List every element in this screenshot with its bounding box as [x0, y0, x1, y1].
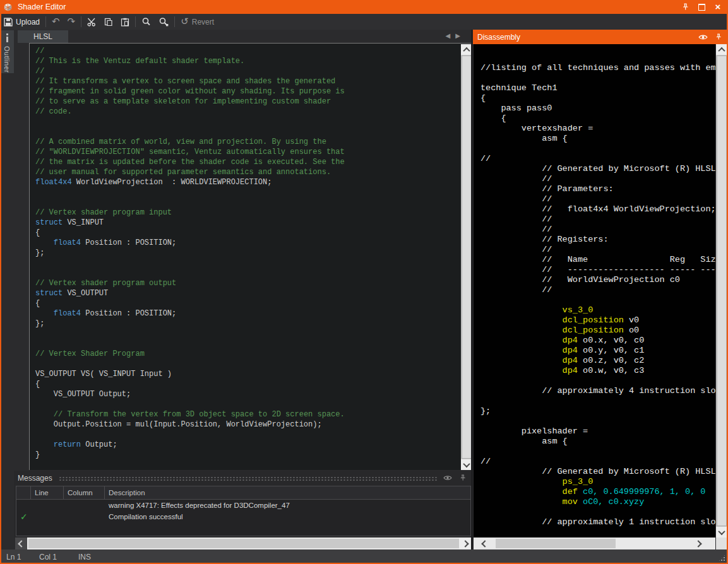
- code-line: [35, 329, 460, 339]
- tab-hlsl[interactable]: HLSL: [18, 30, 68, 43]
- resize-grip[interactable]: [718, 554, 726, 562]
- disassembly-line: {: [480, 93, 715, 103]
- disassembly-line: //: [480, 225, 715, 235]
- disassembly-line: {: [480, 114, 715, 124]
- upload-label: Upload: [16, 18, 40, 26]
- messages-pin-icon[interactable]: [460, 474, 466, 481]
- panel-drag-handle[interactable]: [59, 476, 437, 481]
- cut-button[interactable]: [83, 14, 100, 30]
- code-line: VS_OUTPUT Output;: [35, 389, 460, 399]
- scroll-left-button[interactable]: [479, 538, 491, 549]
- tab-scroll-arrows[interactable]: ◀▶: [446, 32, 465, 39]
- paste-button[interactable]: [117, 14, 133, 30]
- code-line: [35, 187, 460, 197]
- revert-button[interactable]: ↺ Revert: [177, 14, 218, 30]
- messages-table: Line Column Description warning X4717: E…: [16, 486, 471, 536]
- title-bar: Shader Editor ×: [0, 0, 728, 14]
- cut-icon: [87, 18, 97, 26]
- messages-header: Messages: [14, 471, 472, 485]
- redo-button[interactable]: ↷: [64, 14, 80, 30]
- status-bar: Ln 1 Col 1 INS: [0, 549, 728, 564]
- disassembly-line: [480, 416, 715, 426]
- editor-scrollbar-thumb[interactable]: [462, 56, 472, 459]
- disassembly-line: // Generated by Microsoft (R) HLSL: [480, 164, 715, 174]
- code-text-area[interactable]: //// This is the Ventuz default shader t…: [30, 44, 460, 470]
- editor-tab-strip: HLSL ◀▶: [14, 30, 473, 43]
- paste-icon: [121, 18, 129, 26]
- disassembly-line: vertexshader =: [480, 124, 715, 134]
- code-line: {: [35, 379, 460, 389]
- code-line: [35, 339, 460, 349]
- disassembly-line: // float4x4 WorldViewProjection;: [480, 204, 715, 214]
- code-editor[interactable]: //// This is the Ventuz default shader t…: [29, 43, 472, 470]
- disassembly-line: //: [480, 194, 715, 204]
- disassembly-line: //: [480, 174, 715, 184]
- messages-title: Messages: [18, 474, 52, 483]
- disassembly-line: ps_3_0: [480, 477, 715, 487]
- disassembly-eye-icon[interactable]: [698, 34, 708, 40]
- code-line: // fragment in solid green color without…: [35, 86, 460, 97]
- code-line: };: [35, 248, 460, 258]
- sidebar-tab-outliner[interactable]: Outliner: [0, 30, 14, 73]
- column-header-description[interactable]: Description: [105, 486, 470, 499]
- scroll-right-button[interactable]: [692, 538, 704, 549]
- code-line: {: [35, 298, 460, 308]
- scrollbar-corner: [716, 538, 727, 549]
- search-next-button[interactable]: [155, 14, 172, 30]
- messages-eye-icon[interactable]: [443, 475, 452, 481]
- disassembly-line: dcl_position v0: [480, 315, 715, 326]
- code-line: }: [35, 450, 460, 460]
- disassembly-scrollbar-thumb[interactable]: [717, 56, 727, 526]
- save-icon: [4, 18, 13, 26]
- scrollbar-thumb[interactable]: [496, 539, 616, 548]
- column-header-line[interactable]: Line: [31, 486, 64, 499]
- code-line: // to serve as a template skeleton for i…: [35, 97, 460, 107]
- disassembly-pin-icon[interactable]: [715, 33, 722, 40]
- pin-window-button[interactable]: [680, 2, 690, 12]
- search-button[interactable]: [138, 14, 155, 30]
- message-row[interactable]: warning X4717: Effects deprecated for D3…: [16, 500, 470, 511]
- code-line: // Vertex shader program input: [35, 208, 460, 218]
- disassembly-line: dp4 o0.y, v0, c1: [480, 346, 715, 356]
- disassembly-vertical-scrollbar[interactable]: [716, 44, 727, 538]
- scroll-left-button[interactable]: [15, 538, 27, 549]
- tab-scroll-left-icon[interactable]: ◀: [446, 32, 456, 39]
- status-insert-mode: INS: [78, 553, 91, 561]
- disassembly-line: dp4 o0.w, v0, c3: [480, 366, 715, 376]
- redo-icon: ↷: [68, 17, 76, 26]
- scrollbar-thumb[interactable]: [28, 539, 462, 548]
- disassembly-line: mov oC0, c0.xyzy: [480, 497, 715, 507]
- disassembly-line: //: [480, 214, 715, 225]
- code-line: float4 Position : POSITION;: [35, 238, 460, 248]
- scroll-up-button[interactable]: [716, 44, 727, 55]
- upload-button[interactable]: Upload: [0, 14, 44, 30]
- code-line: Output.Position = mul(Input.Position, Wo…: [35, 420, 460, 430]
- panel-splitter[interactable]: [471, 30, 473, 550]
- scroll-right-button[interactable]: [459, 538, 471, 549]
- code-line: return Output;: [35, 440, 460, 450]
- disassembly-line: //listing of all techniques and passes w…: [480, 63, 715, 73]
- copy-button[interactable]: [100, 14, 117, 30]
- messages-horizontal-scrollbar[interactable]: [15, 538, 471, 549]
- column-header-column[interactable]: Column: [64, 486, 105, 499]
- undo-button[interactable]: ↶: [48, 14, 64, 30]
- search-next-icon: [158, 17, 169, 26]
- disassembly-title: Disassembly: [477, 33, 520, 42]
- disassembly-line: [480, 144, 715, 154]
- disassembly-line: // Name Reg Size: [480, 255, 715, 265]
- code-line: float4 Position : POSITION;: [35, 308, 460, 319]
- scroll-down-button[interactable]: [716, 527, 727, 538]
- disassembly-line: [480, 376, 715, 386]
- disassembly-line: // approximately 1 instruction slot: [480, 517, 715, 527]
- tab-scroll-right-icon[interactable]: ▶: [455, 32, 465, 39]
- close-button[interactable]: ×: [713, 2, 723, 12]
- maximize-button[interactable]: [696, 2, 707, 12]
- disassembly-line: asm {: [480, 134, 715, 144]
- code-line: };: [35, 319, 460, 329]
- disassembly-horizontal-scrollbar[interactable]: [474, 538, 715, 549]
- code-line: struct VS_OUTPUT: [35, 288, 460, 298]
- column-header-status[interactable]: [16, 486, 31, 499]
- message-row[interactable]: ✓Compilation successful: [16, 511, 470, 522]
- disassembly-line: //: [480, 245, 715, 255]
- code-line: // Vertex Shader Program: [35, 349, 460, 359]
